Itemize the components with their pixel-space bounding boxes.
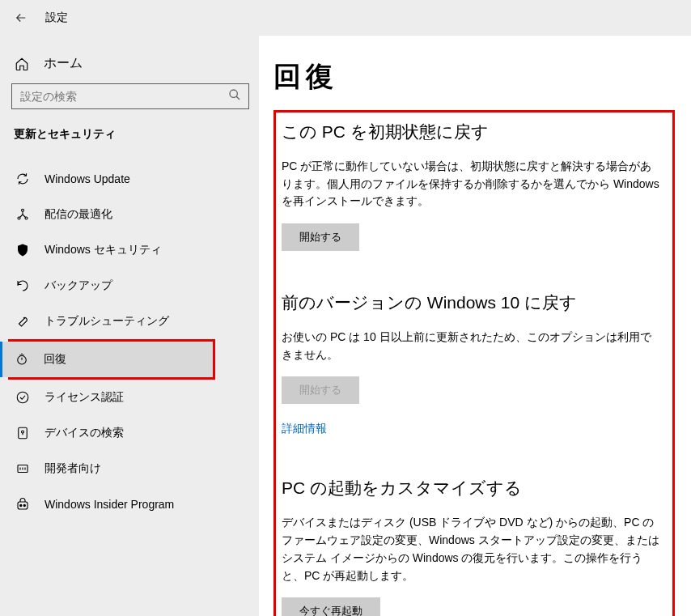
sidebar-item-windows-update[interactable]: Windows Update bbox=[0, 161, 251, 197]
shield-icon bbox=[15, 242, 31, 258]
svg-point-11 bbox=[23, 504, 25, 506]
sidebar-item-troubleshoot[interactable]: トラブルシューティング bbox=[0, 304, 251, 339]
wrench-icon bbox=[15, 313, 31, 329]
highlight-box-main: この PC を初期状態に戻す PC が正常に動作していない場合は、初期状態に戻す… bbox=[273, 110, 675, 616]
location-icon bbox=[15, 425, 31, 441]
backup-icon bbox=[15, 278, 31, 294]
sidebar-item-developers[interactable]: 開発者向け bbox=[0, 451, 251, 486]
sidebar-item-delivery[interactable]: 配信の最適化 bbox=[0, 197, 251, 232]
svg-point-1 bbox=[22, 209, 24, 211]
sidebar-home-row[interactable]: ホーム bbox=[11, 47, 251, 83]
startup-section-title: PC の起動をカスタマイズする bbox=[282, 477, 661, 499]
svg-point-5 bbox=[17, 392, 28, 403]
window-title: 設定 bbox=[45, 11, 68, 25]
rollback-start-button: 開始する bbox=[282, 376, 359, 404]
highlight-box-sidebar: 回復 bbox=[8, 339, 215, 380]
network-icon bbox=[15, 206, 31, 223]
home-label: ホーム bbox=[44, 55, 83, 72]
reset-section-body: PC が正常に動作していない場合は、初期状態に戻すと解決する場合があります。個人… bbox=[282, 158, 661, 210]
sidebar-item-label: 開発者向け bbox=[45, 461, 101, 476]
developer-icon bbox=[15, 461, 31, 477]
svg-point-10 bbox=[20, 504, 22, 506]
sync-icon bbox=[15, 171, 31, 187]
sidebar-item-label: デバイスの検索 bbox=[45, 426, 124, 440]
svg-rect-9 bbox=[18, 502, 28, 509]
sidebar-item-label: Windows Insider Program bbox=[45, 498, 174, 511]
sidebar-item-label: 配信の最適化 bbox=[45, 207, 112, 222]
sidebar-item-recovery[interactable]: 回復 bbox=[0, 342, 213, 377]
rollback-section-body: お使いの PC は 10 日以上前に更新されたため、このオプションは利用できませ… bbox=[282, 329, 661, 363]
search-input[interactable] bbox=[11, 83, 249, 109]
sidebar-item-label: バックアップ bbox=[45, 278, 112, 293]
rollback-section-title: 前のバージョンの Windows 10 に戻す bbox=[282, 291, 661, 314]
sidebar-item-label: ライセンス認証 bbox=[45, 390, 124, 405]
recovery-icon bbox=[14, 351, 30, 367]
sidebar-item-label: Windows Update bbox=[45, 172, 130, 185]
rollback-details-link[interactable]: 詳細情報 bbox=[282, 422, 327, 436]
sidebar-item-activation[interactable]: ライセンス認証 bbox=[0, 380, 251, 415]
svg-point-0 bbox=[230, 90, 237, 97]
sidebar-item-backup[interactable]: バックアップ bbox=[0, 268, 251, 304]
check-circle-icon bbox=[15, 389, 31, 406]
sidebar-item-security[interactable]: Windows セキュリティ bbox=[0, 232, 251, 268]
sidebar-item-label: トラブルシューティング bbox=[45, 314, 169, 329]
back-arrow-icon[interactable] bbox=[13, 10, 29, 26]
sidebar-item-label: 回復 bbox=[44, 352, 66, 367]
page-title: 回復 bbox=[273, 58, 675, 96]
search-icon bbox=[228, 88, 241, 104]
sidebar-item-insider[interactable]: Windows Insider Program bbox=[0, 486, 251, 522]
reset-section-title: この PC を初期状態に戻す bbox=[282, 121, 661, 143]
sidebar-item-find-device[interactable]: デバイスの検索 bbox=[0, 415, 251, 451]
sidebar-category: 更新とセキュリティ bbox=[11, 127, 251, 142]
reset-start-button[interactable]: 開始する bbox=[282, 223, 359, 251]
insider-icon bbox=[15, 496, 31, 512]
home-icon bbox=[14, 56, 30, 72]
restart-now-button[interactable]: 今すぐ再起動 bbox=[282, 597, 380, 616]
sidebar-item-label: Windows セキュリティ bbox=[45, 243, 162, 257]
startup-section-body: デバイスまたはディスク (USB ドライブや DVD など) からの起動、PC … bbox=[282, 514, 661, 584]
svg-point-7 bbox=[22, 431, 24, 433]
